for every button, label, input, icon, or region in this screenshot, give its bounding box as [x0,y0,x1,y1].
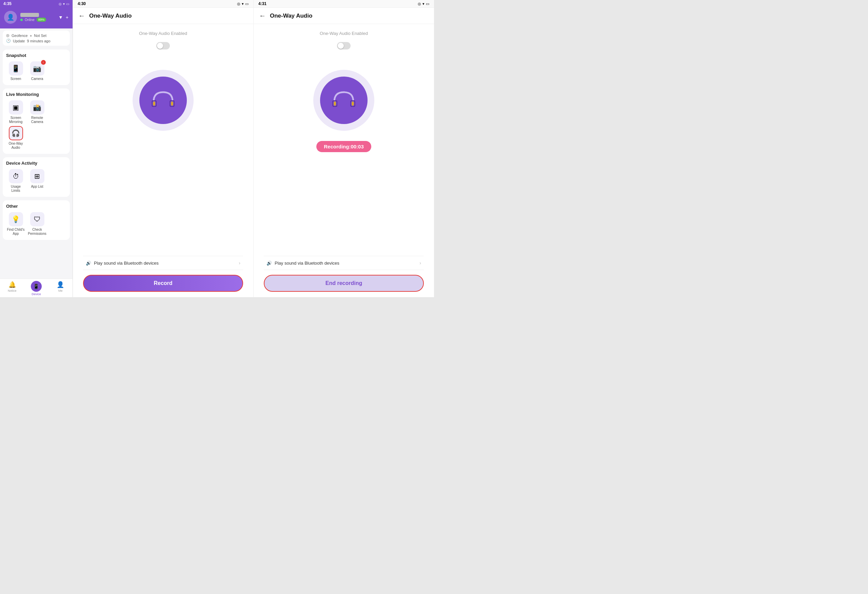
app-list[interactable]: ⊞ App List [28,169,47,193]
panel-audio-2: 4:31 ◎ ▾ ▭ ← One-Way Audio One-Way Audio… [254,0,434,297]
geofence-row: ◎ Geofence ● Not Set [6,33,66,38]
recording-badge: Recording:00:03 [316,141,371,152]
app-list-label: App List [31,185,43,189]
wifi-icon: ▾ [63,2,65,6]
bluetooth-chevron-2: › [419,260,421,266]
audio2-wifi-icon: ▾ [422,2,425,6]
audio1-footer: 🔊 Play sound via Bluetooth devices › Rec… [80,256,247,292]
snapshot-title: Snapshot [6,53,66,58]
panel-audio-1: 4:30 ◎ ▾ ▭ ← One-Way Audio One-Way Audio… [73,0,254,297]
find-childs-app[interactable]: 💡 Find Child's App [6,212,25,236]
audio1-headphone-inner [139,77,187,124]
audio1-toggle[interactable] [156,42,170,50]
status-icons: ◎ ▾ ▭ [59,2,69,6]
snapshot-section: Snapshot 📱 Screen 📷 ! Camera [3,50,70,85]
check-permissions[interactable]: 🛡 Check Permissions [28,212,47,236]
audio2-footer: 🔊 Play sound via Bluetooth devices › End… [260,256,427,292]
screen-label: Screen [10,77,21,81]
avatar: 👤 [4,11,17,24]
signal-icon: ◎ [59,2,62,6]
nav-device[interactable]: 📱 Device [24,281,48,296]
bluetooth-chevron-1: › [239,260,241,266]
battery-icon: ▭ [66,2,69,6]
online-label: Online [25,18,35,22]
audio2-back-button[interactable]: ← [259,12,266,20]
audio1-title: One-Way Audio [89,13,131,19]
nav-notice[interactable]: 🔔 Notice [0,281,24,296]
header-info: Online 89% [20,13,55,22]
end-recording-button[interactable]: End recording [264,275,424,292]
audio2-signal-icon: ◎ [418,2,421,6]
audio1-battery-icon: ▭ [245,2,248,6]
svg-point-11 [351,101,354,106]
live-monitoring-section: Live Monitoring ▣ Screen Mirroring 📸 Rem… [3,88,70,154]
update-icon: 🕐 [6,38,11,43]
battery-label: 89% [37,18,46,22]
remote-camera[interactable]: 📸 Remote Camera [28,100,47,124]
snapshot-grid: 📱 Screen 📷 ! Camera [6,61,66,81]
audio1-bluetooth-row[interactable]: 🔊 Play sound via Bluetooth devices › [83,256,243,270]
device-activity-grid: ⏱ Usage Limits ⊞ App List [6,169,66,193]
audio2-body: One-Way Audio Enabled Reco [254,24,434,297]
nav-me[interactable]: 👤 Me [49,281,72,296]
audio2-bluetooth-label: Play sound via Bluetooth devices [275,261,340,266]
status-bar-home: 4:35 ◎ ▾ ▭ [0,0,72,7]
snapshot-screen[interactable]: 📱 Screen [6,61,25,81]
svg-point-4 [153,101,155,106]
header-status: Online 89% [20,18,55,22]
audio2-enabled-label: One-Way Audio Enabled [320,31,368,36]
audio1-headphone-outer [133,70,193,131]
device-label: Device [31,292,41,296]
dropdown-icon[interactable]: ▼ [58,15,63,20]
audio2-toggle-area [337,42,351,60]
header-actions: ▼ + [58,15,68,20]
audio2-bluetooth-left: 🔊 Play sound via Bluetooth devices [267,261,340,266]
usage-limits[interactable]: ⏱ Usage Limits [6,169,25,193]
one-way-audio-icon-box: 🎧 [9,126,23,140]
audio1-header: ← One-Way Audio [73,8,253,24]
screen-mirroring[interactable]: ▣ Screen Mirroring [6,100,25,124]
screen-mirroring-label: Screen Mirroring [6,116,25,124]
geofence-value: Not Set [34,34,46,38]
live-monitoring-title: Live Monitoring [6,92,66,97]
check-permissions-label: Check Permissions [28,228,47,236]
audio2-battery-icon: ▭ [426,2,429,6]
one-way-audio-label: One-Way Audio [6,141,25,150]
remote-camera-icon-box: 📸 [30,100,44,115]
record-button[interactable]: Record [83,275,243,292]
add-icon[interactable]: + [66,15,68,20]
audio1-back-button[interactable]: ← [78,12,85,20]
home-header: 👤 Online 89% ▼ + [0,7,72,28]
remote-camera-label: Remote Camera [28,116,47,124]
app-list-icon-box: ⊞ [30,169,44,183]
check-permissions-icon-box: 🛡 [30,212,44,226]
audio1-time: 4:30 [78,1,86,6]
device-nav-icon: 📱 [31,281,42,292]
me-label: Me [58,289,63,292]
snapshot-camera[interactable]: 📷 ! Camera [28,61,47,81]
audio2-bluetooth-row[interactable]: 🔊 Play sound via Bluetooth devices › [264,256,424,270]
notice-icon: 🔔 [9,281,16,288]
audio2-toggle[interactable] [337,42,351,50]
audio1-bluetooth-left: 🔊 Play sound via Bluetooth devices [86,261,159,266]
audio1-signal-icon: ◎ [237,2,241,6]
screen-icon-box: 📱 [9,61,23,75]
one-way-audio[interactable]: 🎧 One-Way Audio [6,126,25,150]
update-label: Update [13,39,25,43]
svg-point-10 [334,101,336,106]
meta-info: ◎ Geofence ● Not Set 🕐 Update 9 minutes … [3,31,70,46]
me-icon: 👤 [57,281,64,288]
bluetooth-icon-1: 🔊 [86,261,91,266]
audio1-enabled-label: One-Way Audio Enabled [139,31,187,36]
geofence-dot: ● [30,34,32,38]
find-childs-app-label: Find Child's App [6,228,25,236]
other-section: Other 💡 Find Child's App 🛡 Check Permiss… [3,200,70,240]
camera-icon-box: 📷 ! [30,61,44,75]
update-value: 9 minutes ago [27,39,50,43]
geofence-label: Geofence [12,34,28,38]
audio2-headphone-inner [320,77,368,124]
device-activity-section: Device Activity ⏱ Usage Limits ⊞ App Lis… [3,157,70,197]
bottom-nav: 🔔 Notice 📱 Device 👤 Me [0,279,72,297]
geofence-icon: ◎ [6,33,9,38]
status-bar-audio1: 4:30 ◎ ▾ ▭ [73,0,253,8]
